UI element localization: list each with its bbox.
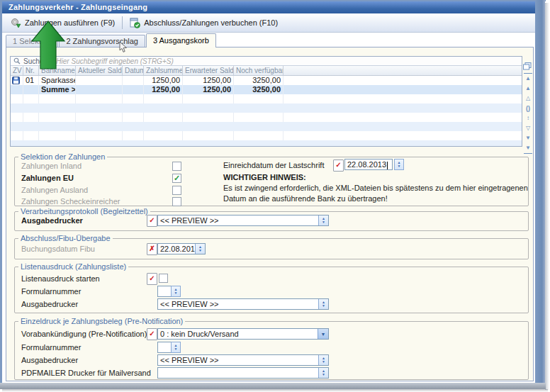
empty-row bbox=[11, 103, 522, 113]
aktueller-saldo-cell bbox=[76, 76, 123, 85]
group-listenausdruck-title: Listenausdruck (Zahlungsliste) bbox=[18, 262, 128, 271]
window-border-bottom bbox=[0, 383, 546, 389]
spinner-icon[interactable]: ▲▼ bbox=[318, 215, 328, 225]
titlebar[interactable]: Zahlungsverkehr - Zahlungseingang bbox=[2, 1, 535, 13]
move-down-icon[interactable]: ▼ bbox=[524, 133, 532, 143]
window-shadow-right bbox=[545, 3, 549, 390]
table-row[interactable]: 01 Sparkasse 1250,00 1250,00 3250,00 bbox=[11, 76, 522, 85]
move-up-icon[interactable]: ▲ bbox=[524, 84, 532, 94]
text-caret bbox=[387, 162, 388, 169]
spinner-icon[interactable]: ▲▼ bbox=[318, 355, 328, 365]
zv-cell bbox=[11, 76, 23, 85]
checkbox-zahlungen-scheckeinreicher[interactable] bbox=[172, 197, 181, 206]
summary-erwarteter-saldo: 1250,00 bbox=[183, 85, 234, 94]
toolbar: Zahlungen ausführen (F9) Abschluss/Zahlu… bbox=[2, 13, 535, 33]
verarbeitung-drucker-select[interactable]: << PREVIEW >> ▲▼ bbox=[157, 215, 329, 226]
window-title: Zahlungsverkehr - Zahlungseingang bbox=[9, 3, 147, 11]
application-window: Zahlungsverkehr - Zahlungseingang Zahlun… bbox=[0, 0, 550, 392]
column-header-datum[interactable]: Datum bbox=[123, 66, 144, 75]
checkbox-label-scheckeinreicher: Zahlungen Scheckeinreicher bbox=[21, 196, 120, 207]
einzeldruck-formularnummer-input[interactable] bbox=[157, 342, 172, 353]
group-selektion-title: Selektion der Zahlungen bbox=[18, 152, 107, 161]
checkbox-zahlungen-ausland[interactable] bbox=[172, 186, 181, 195]
grid-header[interactable]: ZV Nr. Bankname Aktueller Saldo € Datum … bbox=[11, 66, 522, 76]
einreichdatum-spinner[interactable]: ▲▼ bbox=[394, 159, 404, 170]
window-shadow-bottom bbox=[2, 389, 548, 392]
summary-noch-verfuegbar: 3250,00 bbox=[234, 85, 284, 94]
column-header-zahlsumme[interactable]: Zahlsumme € bbox=[144, 66, 183, 75]
summary-zahlsumme: 1250,00 bbox=[144, 85, 183, 94]
empty-row bbox=[11, 131, 522, 140]
spinner-icon[interactable]: ▲▼ bbox=[195, 244, 205, 254]
listenausdruck-override-icon[interactable]: ✓ bbox=[147, 273, 157, 285]
checkbox-zahlungen-eu[interactable]: ✓ bbox=[172, 174, 181, 183]
column-header-noch-verfuegbar[interactable]: Noch verfügbar € bbox=[234, 66, 284, 75]
tab-ausgangskorb[interactable]: 3 Ausgangskorb bbox=[146, 33, 216, 47]
einzeldruck-drucker-label: Ausgabedrucker bbox=[21, 355, 78, 366]
search-placeholder: Hier Suchbegriff eingeben (STRG+S) bbox=[56, 57, 173, 65]
toolbar-separator bbox=[122, 16, 123, 29]
listenausdruck-formular-label: Formularnummer bbox=[21, 286, 81, 297]
bankname-cell: Sparkasse bbox=[39, 76, 76, 85]
hinweis-title: WICHTIGER HINWEIS: bbox=[223, 172, 306, 183]
listenausdruck-formularnummer-spinner[interactable]: ▲▼ bbox=[171, 286, 181, 297]
einzeldruck-drucker-select[interactable]: << PREVIEW >> ▲▼ bbox=[157, 354, 329, 366]
green-arrow-annotation bbox=[30, 20, 68, 71]
column-header-aktueller-saldo[interactable]: Aktueller Saldo € bbox=[76, 66, 123, 75]
execute-payments-icon bbox=[11, 18, 21, 28]
grid-search-row[interactable]: Suche Hier Suchbegriff eingeben (STRG+S) bbox=[11, 57, 522, 66]
group-einzeldruck-title: Einzeldruck je Zahlungsbeleg (Pre-Notifi… bbox=[18, 317, 185, 325]
buchungsdatum-override-icon[interactable]: ✗ bbox=[147, 243, 157, 255]
page-up-icon[interactable]: △ bbox=[524, 94, 532, 103]
checkbox-zahlungen-inland[interactable] bbox=[172, 162, 181, 171]
scroll-bottom-icon[interactable]: ▼ bbox=[524, 143, 532, 154]
book-payments-icon bbox=[130, 18, 140, 28]
page-down-icon[interactable]: ▽ bbox=[524, 123, 532, 133]
einzeldruck-formular-label: Formularnummer bbox=[21, 342, 81, 353]
brackets-icon[interactable]: () bbox=[524, 103, 532, 113]
vorabankuendigung-label: Vorabankündigung (Pre-Notification) bbox=[21, 329, 147, 340]
listenausdruck-drucker-label: Ausgabedrucker bbox=[21, 299, 78, 310]
datum-cell bbox=[123, 76, 144, 85]
spinner-icon[interactable]: ▲▼ bbox=[318, 368, 328, 378]
noch-verfuegbar-cell: 3250,00 bbox=[234, 76, 284, 85]
dropdown-arrow-icon[interactable]: ▼ bbox=[318, 329, 328, 339]
zahlsumme-cell: 1250,00 bbox=[144, 76, 183, 85]
mouse-cursor bbox=[119, 41, 128, 53]
summary-label: Summe > bbox=[39, 85, 76, 94]
book-payments-button[interactable]: Abschluss/Zahlungen verbuchen (F10) bbox=[125, 16, 282, 30]
window-border-left bbox=[0, 0, 2, 388]
empty-row bbox=[11, 122, 522, 131]
tab-zahlungsvorschlag[interactable]: 2 Zahlungsvorschlag bbox=[59, 35, 145, 47]
buchungsdatum-label: Buchungsdatum Fibu bbox=[21, 244, 95, 254]
einzeldruck-formularnummer-spinner[interactable]: ▲▼ bbox=[171, 342, 181, 353]
checkbox-label-inland: Zahlungen Inland bbox=[21, 161, 82, 172]
listenausdruck-formularnummer-input[interactable] bbox=[157, 286, 172, 297]
vorabankuendigung-override-icon[interactable]: ✓ bbox=[147, 328, 157, 340]
swap-rows-icon[interactable]: ↕ bbox=[524, 113, 532, 123]
book-payments-label: Abschluss/Zahlungen verbuchen (F10) bbox=[144, 18, 278, 27]
einreichdatum-input[interactable]: 22.08.2013 bbox=[344, 159, 393, 170]
buchungsdatum-input[interactable]: 22.08.2013 /Do ▲▼ bbox=[157, 243, 206, 254]
summary-row: Summe > 1250,00 1250,00 3250,00 bbox=[11, 85, 522, 94]
pdfmailer-label: PDFMAILER Drucker für Mailversand bbox=[21, 368, 151, 379]
column-header-zv[interactable]: ZV bbox=[11, 66, 23, 75]
empty-row bbox=[11, 140, 522, 147]
search-icon bbox=[13, 57, 21, 65]
listenausdruck-starten-checkbox[interactable] bbox=[159, 274, 168, 283]
empty-row bbox=[11, 94, 522, 103]
column-chooser-button[interactable] bbox=[523, 62, 532, 72]
verarbeitung-drucker-override-icon[interactable]: ✓ bbox=[147, 215, 157, 227]
vorabankuendigung-select[interactable]: 0 : kein Druck/Versand ▼ bbox=[157, 328, 329, 340]
erwarteter-saldo-cell: 1250,00 bbox=[183, 76, 234, 85]
hinweis-line1: Es ist zwingend erforderlich, die XML-Da… bbox=[223, 184, 528, 192]
group-abschluss-fibu-title: Abschluss/Fibu-Übergabe bbox=[18, 234, 113, 242]
checkbox-label-eu: Zahlungen EU bbox=[21, 173, 74, 184]
scroll-top-icon[interactable]: ▲ bbox=[524, 73, 532, 84]
spinner-icon[interactable]: ▲▼ bbox=[318, 299, 328, 309]
floppy-disk-icon bbox=[12, 77, 20, 84]
column-header-erwarteter-saldo[interactable]: Erwarteter Saldo € bbox=[183, 66, 234, 75]
einreichdatum-override-icon[interactable]: ✓ bbox=[333, 159, 344, 172]
listenausdruck-drucker-select[interactable]: << PREVIEW >> ▲▼ bbox=[157, 298, 329, 310]
pdfmailer-select[interactable]: ▲▼ bbox=[157, 367, 329, 379]
